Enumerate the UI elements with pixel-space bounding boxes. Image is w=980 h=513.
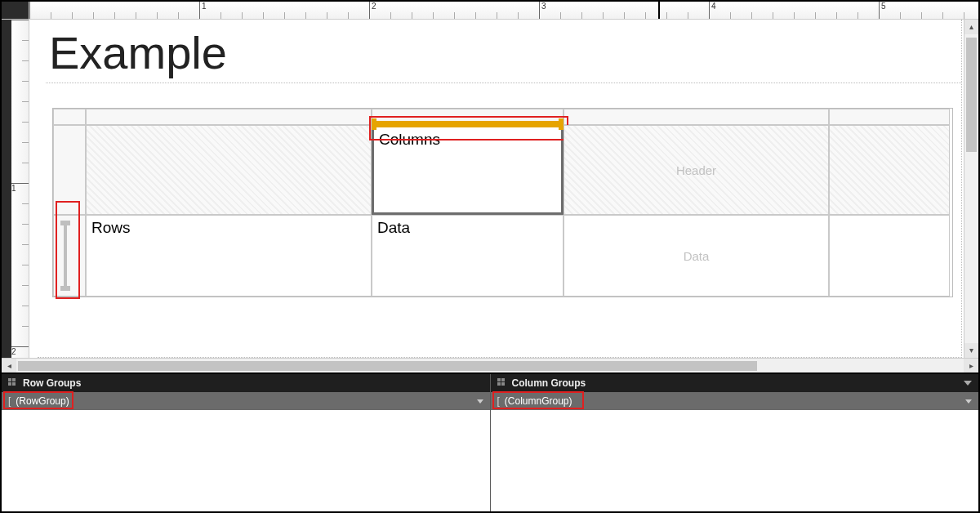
vertical-scrollbar[interactable]: ▴ ▾	[964, 20, 978, 358]
column-handle[interactable]	[564, 109, 829, 125]
scroll-left-button[interactable]: ◂	[2, 359, 16, 373]
row-groups-body[interactable]	[2, 410, 490, 511]
chevron-down-icon[interactable]	[477, 399, 483, 404]
column-group-indicator	[374, 121, 561, 127]
cell-label: Rows	[91, 219, 131, 237]
column-handle[interactable]	[829, 109, 950, 125]
horizontal-scrollbar[interactable]: ◂ ▸	[2, 358, 978, 372]
cell-label: Data	[377, 219, 410, 237]
cell-label: Columns	[379, 131, 440, 149]
scroll-up-button[interactable]: ▴	[964, 20, 978, 34]
row-group-indicator	[60, 216, 72, 296]
chevron-down-icon[interactable]	[965, 399, 972, 404]
scroll-thumb[interactable]	[966, 38, 977, 152]
columns-group-cell[interactable]: Columns	[372, 125, 564, 215]
data-placeholder-cell[interactable]: Data	[564, 215, 829, 297]
header-placeholder-cell[interactable]: Header	[564, 125, 829, 215]
header-extra-cell[interactable]	[829, 125, 950, 215]
row-group-item[interactable]: [ (RowGroup)	[2, 392, 490, 410]
data-extra-cell[interactable]	[829, 215, 950, 297]
row-groups-panel: Row Groups [ (RowGroup)	[2, 374, 491, 511]
report-title[interactable]: Example	[46, 20, 961, 83]
design-canvas[interactable]: Example Columns	[38, 20, 962, 358]
header-label: Column Groups	[512, 377, 586, 389]
column-groups-panel: Column Groups [ (ColumnGroup)	[491, 374, 979, 511]
grouping-pane: Row Groups [ (RowGroup) Column Groups [ …	[2, 372, 978, 511]
matrix-tablix[interactable]: Columns Header	[52, 108, 953, 297]
scroll-down-button[interactable]: ▾	[964, 343, 978, 358]
row-handle[interactable]	[53, 125, 86, 215]
tablix-corner-handle[interactable]	[53, 109, 86, 125]
bracket-icon: [	[8, 395, 11, 407]
horizontal-ruler[interactable]: 12345	[29, 2, 978, 19]
page-break-marker[interactable]	[658, 2, 660, 19]
ghost-label: Header	[564, 163, 828, 177]
tablix-corner-cell[interactable]	[86, 125, 372, 215]
column-handle[interactable]	[86, 109, 372, 125]
scroll-right-button[interactable]: ▸	[964, 359, 978, 373]
ruler-row: 12345	[2, 2, 978, 20]
scroll-thumb[interactable]	[18, 361, 757, 371]
chevron-down-icon[interactable]	[964, 381, 972, 386]
row-handle[interactable]	[53, 215, 86, 297]
row-groups-header[interactable]: Row Groups	[2, 374, 490, 392]
ruler-gutter	[2, 20, 11, 358]
data-cell[interactable]: Data	[372, 215, 564, 297]
vertical-ruler[interactable]: 123	[11, 20, 29, 358]
ghost-label: Data	[564, 249, 828, 263]
column-group-item[interactable]: [ (ColumnGroup)	[491, 392, 979, 410]
header-label: Row Groups	[23, 377, 81, 389]
group-item-label: (ColumnGroup)	[505, 395, 572, 407]
group-item-label: (RowGroup)	[16, 395, 69, 407]
grid-icon	[497, 378, 507, 388]
grid-icon	[8, 378, 18, 388]
column-groups-body[interactable]	[491, 410, 979, 511]
column-groups-header[interactable]: Column Groups	[491, 374, 979, 392]
bracket-icon: [	[497, 395, 500, 407]
ruler-corner	[2, 2, 29, 19]
rows-group-cell[interactable]: Rows	[86, 215, 372, 297]
